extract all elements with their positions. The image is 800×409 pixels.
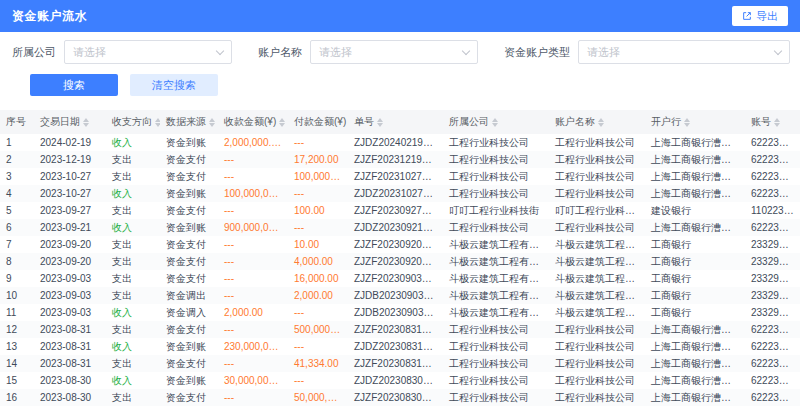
table-row: 42023-10-27收入资金到账100,000,000.00---ZJDZ20… (0, 185, 800, 202)
column-header-order-no[interactable]: 单号 (348, 110, 443, 134)
cell-account-no: 622230111 (745, 355, 800, 372)
cell-company: 工程行业科技公司 (443, 372, 549, 389)
page-title: 资金账户流水 (12, 8, 87, 25)
cell-direction: 收入 (106, 372, 160, 389)
cell-source: 资金支付 (160, 168, 218, 185)
table-row: 102023-09-03支出资金调出---2,000.00ZJDB2023090… (0, 287, 800, 304)
cell-account-no: 233294990 (745, 253, 800, 270)
sort-icon[interactable] (83, 118, 89, 127)
column-header-company[interactable]: 所属公司 (443, 110, 549, 134)
page-header: 资金账户流水 导出 (0, 0, 800, 32)
cell-receipt-amount: --- (218, 321, 288, 338)
account-type-select[interactable]: 请选择 (578, 40, 790, 64)
cell-payment-amount: --- (288, 372, 348, 389)
cell-seq: 7 (0, 236, 34, 253)
table-row: 52023-09-27支出资金支付---100.00ZJZF2023092700… (0, 202, 800, 219)
table-row: 152023-08-30收入资金到账30,000,000.00---ZJDZ20… (0, 372, 800, 389)
sort-icon[interactable] (279, 118, 285, 127)
cell-account-no: 233294990 (745, 287, 800, 304)
cell-date: 2023-08-31 (34, 338, 106, 355)
cell-account-no: 622230111 (745, 134, 800, 151)
cell-company: 斗极云建筑工程有限公司 (443, 253, 549, 270)
sort-icon[interactable] (377, 118, 383, 127)
cell-account-no: 622230111 (745, 321, 800, 338)
cell-company: 工程行业科技公司 (443, 219, 549, 236)
cell-account-name: 工程行业科技公司 (549, 338, 645, 355)
cell-seq: 10 (0, 287, 34, 304)
sort-icon[interactable] (598, 118, 604, 127)
cell-bank: 工商银行 (645, 253, 745, 270)
cell-receipt-amount: 2,000.00 (218, 304, 288, 321)
cell-date: 2023-09-20 (34, 236, 106, 253)
cell-company: 工程行业科技公司 (443, 151, 549, 168)
cell-receipt-amount: --- (218, 389, 288, 406)
cell-payment-amount: 4,000.00 (288, 253, 348, 270)
column-header-receipt-amount[interactable]: 收款金额(¥) (218, 110, 288, 134)
cell-seq: 1 (0, 134, 34, 151)
cell-source: 资金支付 (160, 253, 218, 270)
cell-payment-amount: 16,000.00 (288, 270, 348, 287)
column-label: 序号 (6, 115, 26, 129)
filter-row: 所属公司 请选择 账户名称 请选择 资金账户类型 请选择 (12, 40, 788, 64)
cell-direction: 收入 (106, 185, 160, 202)
cell-bank: 上海工商银行漕河泾支行 (645, 185, 745, 202)
table-row: 162023-08-30支出资金支付---50,000,000.00ZJZF20… (0, 389, 800, 406)
table-header-row: 序号交易日期收支方向数据来源收款金额(¥)付款金额(¥)单号所属公司账户名称开户… (0, 110, 800, 134)
cell-source: 资金到账 (160, 134, 218, 151)
column-header-account-no[interactable]: 账号 (745, 110, 800, 134)
cell-date: 2023-09-20 (34, 253, 106, 270)
search-button[interactable]: 搜索 (30, 74, 118, 96)
cell-receipt-amount: --- (218, 270, 288, 287)
sort-icon[interactable] (492, 118, 498, 127)
column-header-payment-amount[interactable]: 付款金额(¥) (288, 110, 348, 134)
table-row: 132023-08-31收入资金到账230,000,000.00---ZJDZ2… (0, 338, 800, 355)
account-type-filter-label: 资金账户类型 (504, 45, 570, 60)
cell-order-no: ZJDB20230903001 (348, 304, 443, 321)
cell-date: 2023-09-03 (34, 287, 106, 304)
cell-date: 2023-10-27 (34, 168, 106, 185)
cell-direction: 支出 (106, 236, 160, 253)
cell-receipt-amount: 100,000,000.00 (218, 185, 288, 202)
filter-account-type: 资金账户类型 请选择 (504, 40, 790, 64)
cell-bank: 工商银行 (645, 287, 745, 304)
cell-payment-amount: 10.00 (288, 236, 348, 253)
cell-order-no: ZJDB20230903001 (348, 287, 443, 304)
cell-bank: 建设银行 (645, 202, 745, 219)
cell-company: 斗极云建筑工程有限公司 (443, 270, 549, 287)
cell-payment-amount: 41,334.00 (288, 355, 348, 372)
cell-order-no: ZJZF20230831002 (348, 321, 443, 338)
cell-bank: 上海工商银行漕河泾支行 (645, 389, 745, 406)
cell-account-no: 233294990 (745, 270, 800, 287)
column-header-account-name[interactable]: 账户名称 (549, 110, 645, 134)
cell-seq: 16 (0, 389, 34, 406)
cell-direction: 支出 (106, 168, 160, 185)
table-row: 62023-09-21收入资金到账900,000,000.00---ZJDZ20… (0, 219, 800, 236)
sort-icon[interactable] (684, 118, 690, 127)
cell-account-name: 工程行业科技公司 (549, 185, 645, 202)
sort-icon[interactable] (155, 118, 160, 127)
cell-account-name: 叮叮工程行业科技街 (549, 202, 645, 219)
cell-seq: 13 (0, 338, 34, 355)
column-header-direction[interactable]: 收支方向 (106, 110, 160, 134)
column-header-date[interactable]: 交易日期 (34, 110, 106, 134)
column-header-bank[interactable]: 开户行 (645, 110, 745, 134)
cell-source: 资金调出 (160, 287, 218, 304)
cell-company: 斗极云建筑工程有限公司 (443, 236, 549, 253)
cell-payment-amount: --- (288, 185, 348, 202)
sort-icon[interactable] (209, 118, 215, 127)
cell-account-no: 622230111 (745, 151, 800, 168)
column-header-source[interactable]: 数据来源 (160, 110, 218, 134)
cell-company: 工程行业科技公司 (443, 168, 549, 185)
table-row: 22023-12-19支出资金支付---17,200.00ZJZF2023121… (0, 151, 800, 168)
account-name-select[interactable]: 请选择 (310, 40, 478, 64)
clear-search-button[interactable]: 清空搜索 (130, 74, 218, 96)
export-button[interactable]: 导出 (732, 6, 788, 26)
company-select[interactable]: 请选择 (64, 40, 232, 64)
cell-date: 2024-02-19 (34, 134, 106, 151)
flow-table: 序号交易日期收支方向数据来源收款金额(¥)付款金额(¥)单号所属公司账户名称开户… (0, 110, 800, 409)
cell-date: 2023-12-19 (34, 151, 106, 168)
cell-order-no: ZJZF20230831001 (348, 355, 443, 372)
sort-icon[interactable] (774, 118, 780, 127)
cell-receipt-amount: --- (218, 355, 288, 372)
cell-order-no: ZJDZ20240219001 (348, 134, 443, 151)
